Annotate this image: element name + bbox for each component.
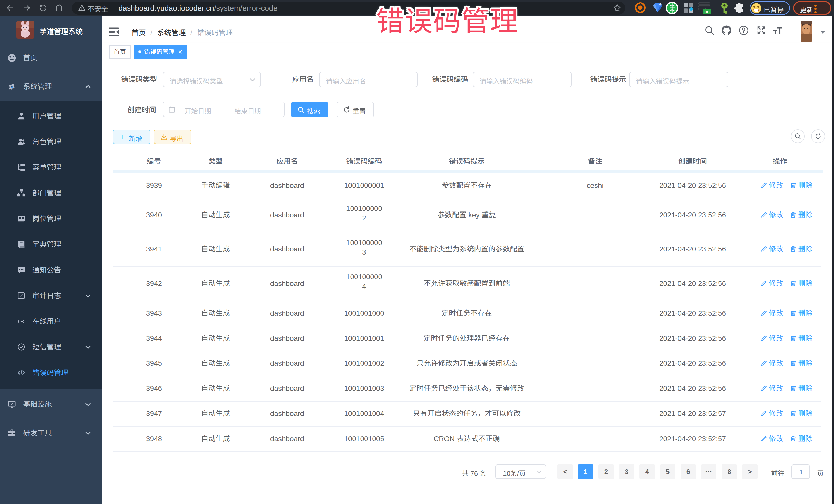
svg-text:on: on bbox=[704, 9, 709, 14]
